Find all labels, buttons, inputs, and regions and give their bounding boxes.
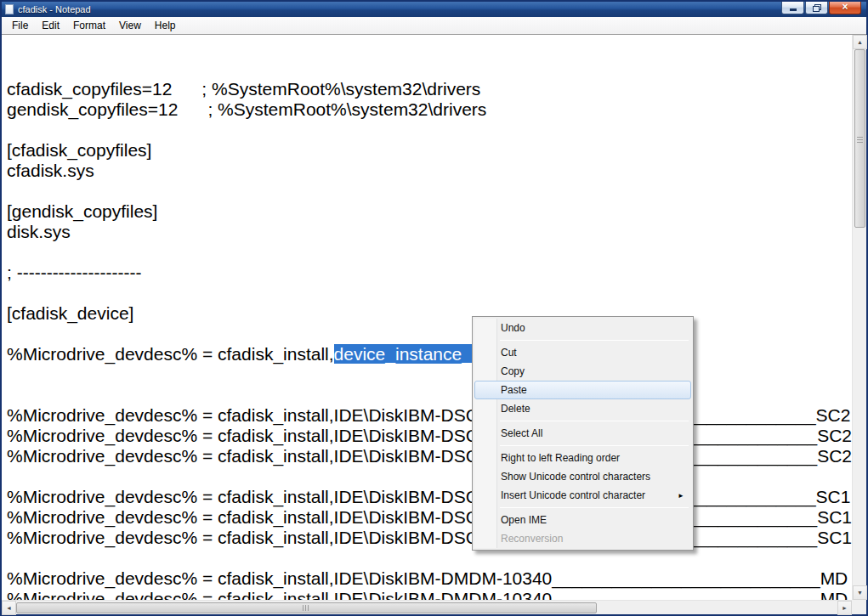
close-button[interactable]: × — [829, 2, 861, 14]
context-menu-item-label: Right to left Reading order — [501, 452, 620, 464]
editor-line: %Microdrive_devdesc% = cfadisk_install,I… — [7, 528, 852, 548]
context-menu-item-label: Copy — [501, 365, 525, 377]
scrollbar-grip-icon — [303, 605, 310, 611]
vertical-scrollbar-thumb[interactable] — [854, 49, 865, 228]
submenu-arrow-icon: ► — [678, 492, 684, 500]
editor-line — [7, 548, 852, 568]
editor-line: %Microdrive_devdesc% = cfadisk_install,I… — [7, 589, 852, 600]
minimize-button[interactable] — [781, 2, 804, 14]
context-menu-item-reconversion: Reconversion — [474, 529, 691, 548]
up-arrow-icon: ▲ — [857, 39, 863, 45]
scrollbar-grip-icon — [857, 135, 863, 143]
notepad-window: cfadisk - Notepad × FileEditFormatViewHe… — [0, 0, 868, 616]
editor-content: cfadisk_copyfiles=12 ; %SystemRoot%\syst… — [7, 79, 852, 600]
context-menu-item-label: Open IME — [501, 514, 547, 526]
right-arrow-icon: ► — [842, 605, 848, 611]
editor-line: %Microdrive_devdesc% = cfadisk_install,I… — [7, 405, 852, 426]
context-menu-item-open-ime[interactable]: Open IME — [474, 511, 691, 529]
close-icon: × — [842, 2, 848, 13]
editor-line — [7, 181, 852, 201]
editor-line — [7, 242, 852, 263]
editor-line — [7, 120, 852, 140]
menu-separator — [500, 445, 689, 446]
window-title: cfadisk - Notepad — [18, 4, 91, 14]
horizontal-scrollbar[interactable]: ◄ ► — [2, 600, 852, 614]
scrollbar-corner — [852, 600, 866, 614]
editor-line: gendisk_copyfiles=12 ; %SystemRoot%\syst… — [7, 99, 852, 120]
editor-line: cfadisk_copyfiles=12 ; %SystemRoot%\syst… — [7, 79, 852, 99]
minimize-icon — [790, 8, 797, 11]
context-menu-item-select-all[interactable]: Select All — [474, 424, 691, 443]
scroll-right-button[interactable]: ► — [837, 601, 852, 615]
context-menu-item-delete[interactable]: Delete — [474, 399, 691, 418]
scroll-up-button[interactable]: ▲ — [853, 35, 867, 49]
client-area: cfadisk_copyfiles=12 ; %SystemRoot%\syst… — [2, 34, 866, 614]
editor-line: [cfadisk_copyfiles] — [7, 140, 852, 161]
context-menu-item-label: Cut — [501, 347, 517, 359]
editor-line: cfadisk.sys — [7, 161, 852, 181]
context-menu-item-right-to-left-reading-order[interactable]: Right to left Reading order — [474, 449, 691, 467]
horizontal-scrollbar-thumb[interactable] — [16, 602, 597, 613]
context-menu-item-label: Delete — [501, 403, 530, 415]
left-arrow-icon: ◄ — [6, 605, 12, 611]
editor-line: %Microdrive_devdesc% = cfadisk_install,I… — [7, 507, 852, 528]
restore-icon — [813, 4, 821, 12]
text-editor[interactable]: cfadisk_copyfiles=12 ; %SystemRoot%\syst… — [2, 35, 852, 600]
vertical-scrollbar[interactable]: ▲ ▼ — [852, 35, 866, 600]
context-menu-item-label: Show Unicode control characters — [501, 471, 650, 483]
editor-line: [cfadisk_device] — [7, 303, 852, 324]
editor-line: disk.sys — [7, 222, 852, 242]
menu-file[interactable]: File — [5, 17, 35, 34]
menu-edit[interactable]: Edit — [35, 17, 66, 34]
restore-button[interactable] — [805, 2, 828, 14]
context-menu-item-undo[interactable]: Undo — [474, 319, 691, 337]
editor-line: %Microdrive_devdesc% = cfadisk_install,I… — [7, 568, 852, 589]
notepad-icon — [5, 4, 14, 14]
menu-bar: FileEditFormatViewHelp — [2, 17, 866, 34]
editor-line — [7, 365, 852, 385]
title-bar[interactable]: cfadisk - Notepad × — [2, 2, 866, 17]
editor-line: %Microdrive_devdesc% = cfadisk_install,d… — [7, 344, 852, 365]
context-menu-item-insert-unicode-control-character[interactable]: Insert Unicode control character► — [474, 486, 691, 505]
menu-separator — [500, 421, 689, 421]
editor-line: %Microdrive_devdesc% = cfadisk_install,I… — [7, 446, 852, 466]
editor-line: ; --------------------- — [7, 263, 852, 283]
editor-line: %Microdrive_devdesc% = cfadisk_install,I… — [7, 426, 852, 446]
context-menu-item-label: Paste — [501, 384, 527, 396]
menu-separator — [500, 507, 689, 508]
editor-line: %Microdrive_devdesc% = cfadisk_install,I… — [7, 487, 852, 507]
editor-line: [gendisk_copyfiles] — [7, 201, 852, 222]
context-menu-item-copy[interactable]: Copy — [474, 362, 691, 381]
editor-line — [7, 324, 852, 344]
editor-line — [7, 466, 852, 487]
scroll-down-button[interactable]: ▼ — [853, 585, 867, 600]
context-menu-item-label: Reconversion — [501, 533, 563, 545]
context-menu-item-label: Undo — [501, 322, 525, 334]
context-menu-item-paste[interactable]: Paste — [474, 381, 691, 399]
context-menu-item-label: Insert Unicode control character — [501, 489, 645, 501]
context-menu-item-label: Select All — [501, 427, 542, 439]
line-text: %Microdrive_devdesc% = cfadisk_install, — [7, 344, 334, 364]
editor-line — [7, 385, 852, 405]
context-menu-item-cut[interactable]: Cut — [474, 343, 691, 362]
menu-separator — [500, 340, 689, 341]
menu-view[interactable]: View — [112, 17, 148, 34]
menu-format[interactable]: Format — [66, 17, 112, 34]
editor-line — [7, 283, 852, 303]
window-controls: × — [780, 2, 861, 14]
scroll-left-button[interactable]: ◄ — [2, 601, 16, 615]
down-arrow-icon: ▼ — [857, 590, 863, 596]
context-menu: UndoCutCopyPasteDeleteSelect AllRight to… — [472, 316, 694, 551]
menu-help[interactable]: Help — [148, 17, 183, 34]
context-menu-item-show-unicode-control-characters[interactable]: Show Unicode control characters — [474, 467, 691, 486]
